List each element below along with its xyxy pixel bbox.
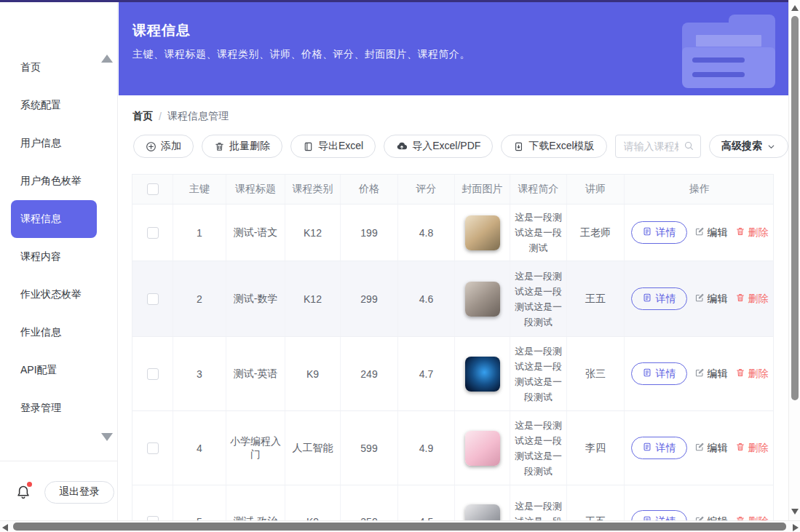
- cell-summary: 这是一段测试这是一段测试这是一段测试: [510, 337, 567, 410]
- column-header-id: 主键: [173, 175, 226, 204]
- cell-price: 199: [341, 205, 398, 261]
- vertical-scrollbar-thumb[interactable]: [791, 16, 799, 400]
- search-icon[interactable]: [684, 140, 694, 154]
- edit-label: 编辑: [708, 442, 728, 455]
- detail-button[interactable]: 详情: [631, 510, 687, 520]
- edit-button[interactable]: 编辑: [694, 368, 728, 381]
- notification-bell-icon[interactable]: [15, 483, 31, 501]
- detail-button[interactable]: 详情: [631, 362, 687, 385]
- advanced-search-button[interactable]: 高级搜索: [709, 135, 788, 158]
- sidebar-item-label: 作业信息: [20, 326, 61, 339]
- sidebar-item-system-config[interactable]: 系统配置: [0, 87, 118, 124]
- trash-icon: [214, 141, 225, 152]
- sidebar-nav: 首页 系统配置 用户信息 用户角色枚举 课程信息 课程内容 作业状态枚举 作业信…: [0, 49, 118, 427]
- cell-category: K12: [285, 205, 341, 261]
- file-download-icon: [513, 141, 524, 152]
- detail-button[interactable]: 详情: [631, 221, 687, 244]
- cell-category: 人工智能: [285, 411, 341, 485]
- cell-id: 3: [173, 337, 226, 410]
- edit-button[interactable]: 编辑: [694, 293, 728, 306]
- sidebar-item-label: 课程信息: [20, 213, 61, 226]
- delete-button[interactable]: 删除: [735, 515, 769, 521]
- import-excel-button[interactable]: 导入Excel/PDF: [384, 135, 493, 158]
- sidebar-item-label: 系统配置: [20, 99, 61, 112]
- batch-delete-label: 批量删除: [229, 140, 270, 153]
- cell-rating: 4.7: [398, 337, 455, 410]
- course-cover-image: [465, 431, 500, 466]
- delete-trash-icon: [735, 226, 745, 239]
- sidebar-item-login-management[interactable]: 登录管理: [0, 389, 118, 427]
- cell-rating: 4.9: [398, 411, 455, 485]
- notification-badge: [27, 482, 32, 487]
- download-template-label: 下载Excel模版: [528, 140, 594, 153]
- sidebar-item-label: 课程内容: [20, 250, 61, 263]
- horizontal-scrollbar-thumb[interactable]: [13, 523, 786, 531]
- sidebar-item-api-config[interactable]: API配置: [0, 352, 118, 389]
- scroll-left-arrow-icon[interactable]: [2, 524, 8, 531]
- cell-title: 测试-政治: [226, 485, 285, 520]
- add-button-label: 添加: [161, 140, 181, 153]
- import-excel-label: 导入Excel/PDF: [412, 140, 480, 153]
- sidebar-divider: [0, 461, 118, 461]
- cell-id: 4: [173, 411, 226, 485]
- detail-button[interactable]: 详情: [631, 287, 687, 310]
- sidebar-item-course-content[interactable]: 课程内容: [0, 238, 118, 276]
- course-cover-image: [465, 357, 500, 392]
- cell-id: 2: [173, 261, 226, 336]
- delete-trash-icon: [735, 368, 745, 380]
- select-all-checkbox[interactable]: [147, 183, 159, 195]
- sidebar-item-user-role-enum[interactable]: 用户角色枚举: [0, 162, 118, 200]
- edit-button[interactable]: 编辑: [694, 442, 728, 455]
- export-excel-label: 导出Excel: [318, 140, 363, 153]
- folder-line: [692, 57, 745, 63]
- detail-label: 详情: [656, 515, 676, 521]
- sidebar-scroll-down-icon[interactable]: [101, 433, 113, 441]
- horizontal-scrollbar[interactable]: [0, 520, 800, 532]
- column-header-category: 课程类别: [285, 175, 341, 204]
- scroll-right-arrow-icon[interactable]: [793, 524, 799, 531]
- detail-button[interactable]: 详情: [631, 437, 687, 459]
- cell-rating: 4.6: [398, 261, 455, 336]
- cell-category: K12: [285, 261, 341, 336]
- delete-button[interactable]: 删除: [735, 442, 769, 455]
- cell-price: 350: [341, 485, 398, 520]
- scroll-down-arrow-icon[interactable]: [791, 509, 799, 515]
- sidebar-item-homework-info[interactable]: 作业信息: [0, 314, 118, 352]
- column-header-summary: 课程简介: [510, 175, 567, 204]
- export-excel-button[interactable]: 导出Excel: [290, 135, 376, 158]
- row-checkbox[interactable]: [147, 442, 159, 454]
- folder-line: [692, 72, 745, 77]
- add-button[interactable]: 添加: [133, 135, 194, 158]
- cell-price: 599: [341, 411, 398, 485]
- column-header-rating: 评分: [398, 175, 455, 204]
- download-template-button[interactable]: 下载Excel模版: [501, 135, 606, 158]
- batch-delete-button[interactable]: 批量删除: [202, 135, 282, 158]
- breadcrumb-home[interactable]: 首页: [132, 110, 153, 123]
- table-row: 2 测试-数学 K12 299 4.6 这是一段测试这是一段测试这是一段测试 王…: [132, 261, 773, 337]
- row-checkbox[interactable]: [147, 293, 159, 305]
- cell-title: 测试-语文: [226, 205, 285, 261]
- delete-button[interactable]: 删除: [735, 368, 769, 381]
- sidebar-item-homework-status-enum[interactable]: 作业状态枚举: [0, 276, 118, 314]
- cloud-upload-icon: [396, 140, 408, 152]
- delete-button[interactable]: 删除: [735, 293, 769, 306]
- logout-button[interactable]: 退出登录: [44, 481, 114, 504]
- edit-button[interactable]: 编辑: [694, 515, 728, 521]
- vertical-scrollbar[interactable]: [788, 0, 800, 520]
- detail-doc-icon: [642, 442, 652, 454]
- advanced-search-label: 高级搜索: [721, 140, 762, 153]
- delete-trash-icon: [735, 442, 745, 454]
- scroll-up-arrow-icon[interactable]: [791, 5, 799, 11]
- course-cover-image: [465, 215, 500, 250]
- delete-trash-icon: [735, 293, 745, 305]
- sidebar-item-user-info[interactable]: 用户信息: [0, 124, 118, 162]
- edit-pencil-icon: [694, 226, 705, 239]
- cell-summary: 这是一段测试这是一段测试: [510, 205, 567, 261]
- sidebar-item-home[interactable]: 首页: [0, 49, 118, 87]
- edit-button[interactable]: 编辑: [694, 226, 728, 239]
- chevron-down-icon: [767, 142, 776, 151]
- row-checkbox[interactable]: [147, 368, 159, 380]
- sidebar-item-course-info[interactable]: 课程信息: [11, 200, 97, 238]
- delete-button[interactable]: 删除: [735, 226, 769, 239]
- row-checkbox[interactable]: [147, 227, 159, 239]
